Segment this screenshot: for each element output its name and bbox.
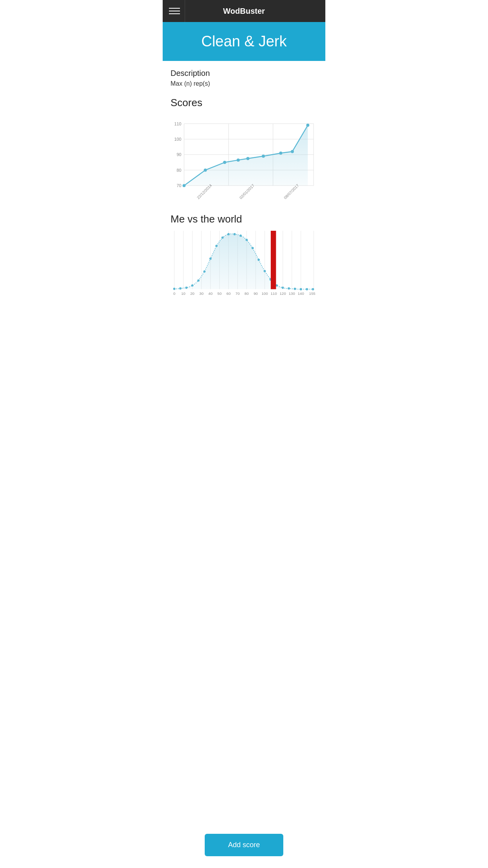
dot-4 bbox=[237, 158, 240, 162]
exercise-title: Clean & Jerk bbox=[169, 33, 319, 50]
x-label-120: 120 bbox=[280, 291, 286, 296]
x-label-20: 20 bbox=[190, 291, 194, 296]
description-label: Description bbox=[171, 69, 317, 78]
x-label-0: 0 bbox=[173, 291, 175, 296]
app-title: WodBuster bbox=[223, 7, 265, 16]
exercise-banner: Clean & Jerk bbox=[163, 22, 325, 61]
x-label-60: 60 bbox=[226, 291, 231, 296]
bell-dot bbox=[227, 233, 230, 235]
x-label-155: 155 bbox=[309, 291, 316, 296]
bell-dot bbox=[294, 287, 296, 290]
mvw-chart-svg: 0 10 20 30 40 50 60 70 80 90 100 110 120… bbox=[171, 231, 317, 306]
x-label-90: 90 bbox=[253, 291, 258, 296]
dot-3 bbox=[223, 161, 226, 164]
dot-7 bbox=[279, 151, 283, 154]
bell-dot bbox=[179, 287, 182, 289]
mvw-title: Me vs the world bbox=[171, 213, 317, 225]
bell-dot bbox=[282, 286, 284, 289]
mvw-chart: 0 10 20 30 40 50 60 70 80 90 100 110 120… bbox=[171, 231, 317, 308]
x-label-10: 10 bbox=[181, 291, 185, 296]
dot-6 bbox=[262, 154, 265, 158]
bell-dot bbox=[258, 258, 260, 261]
x-label-70: 70 bbox=[235, 291, 240, 296]
bell-dot bbox=[221, 236, 224, 239]
bell-dot bbox=[264, 270, 266, 272]
menu-button[interactable] bbox=[169, 8, 180, 14]
app-header: WodBuster bbox=[163, 0, 325, 22]
dot-5 bbox=[246, 157, 250, 160]
bell-dot bbox=[312, 288, 314, 290]
scores-chart: 110 100 90 80 70 bbox=[171, 114, 317, 201]
bell-dot bbox=[233, 233, 236, 235]
bell-dot bbox=[288, 287, 290, 289]
dot-2 bbox=[204, 169, 207, 172]
area-fill bbox=[184, 125, 308, 186]
x-label-50: 50 bbox=[217, 291, 222, 296]
y-label-100: 100 bbox=[174, 137, 182, 142]
bell-dot bbox=[209, 257, 212, 260]
x-label-110: 110 bbox=[271, 291, 277, 296]
x-label-140: 140 bbox=[298, 291, 304, 296]
bell-dot bbox=[239, 234, 242, 237]
y-label-90: 90 bbox=[177, 152, 182, 157]
bell-dot bbox=[306, 288, 308, 290]
bell-dot bbox=[215, 245, 218, 247]
x-label-130: 130 bbox=[289, 291, 295, 296]
y-label-70: 70 bbox=[177, 183, 182, 188]
y-label-80: 80 bbox=[177, 168, 182, 173]
dot-1 bbox=[183, 184, 186, 187]
bell-dot bbox=[300, 288, 302, 290]
x-label-100: 100 bbox=[262, 291, 268, 296]
x-label-30: 30 bbox=[199, 291, 204, 296]
bell-dot bbox=[173, 287, 176, 290]
x-label-80: 80 bbox=[244, 291, 249, 296]
scores-title: Scores bbox=[171, 97, 317, 109]
user-bar bbox=[271, 231, 276, 289]
bell-fill bbox=[174, 234, 314, 289]
bell-dot bbox=[246, 239, 248, 241]
y-label-110: 110 bbox=[174, 121, 182, 126]
dot-8 bbox=[291, 150, 294, 153]
bell-dot bbox=[203, 270, 205, 272]
scores-chart-svg: 110 100 90 80 70 bbox=[171, 114, 317, 200]
bell-dot bbox=[185, 286, 187, 289]
description-value: Max (n) rep(s) bbox=[171, 80, 317, 87]
bell-dot bbox=[251, 247, 254, 249]
header-divider bbox=[185, 0, 185, 22]
dot-9 bbox=[306, 124, 309, 127]
main-content: Description Max (n) rep(s) Scores 110 10… bbox=[163, 61, 325, 359]
bell-dot bbox=[191, 284, 194, 287]
bell-dot bbox=[197, 279, 200, 281]
x-label-40: 40 bbox=[208, 291, 213, 296]
